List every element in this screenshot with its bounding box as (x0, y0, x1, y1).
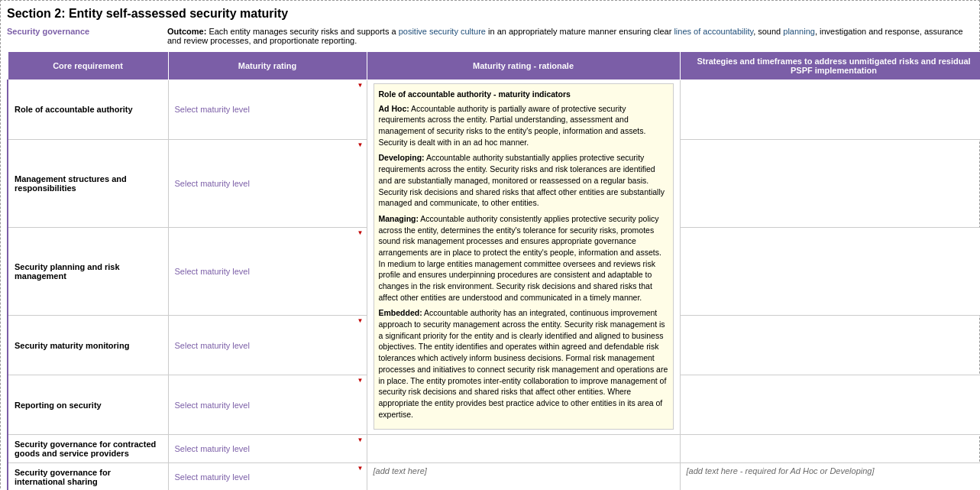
header-maturity-rationale: Maturity rating - rationale (367, 52, 680, 80)
strategies-security-planning[interactable] (680, 228, 980, 316)
rating-security-gov-contracted[interactable]: Select maturity level (168, 435, 367, 463)
strategies-role-accountable[interactable] (680, 80, 980, 140)
tooltip-title: Role of accountable authority - maturity… (379, 89, 668, 100)
tooltip-developing-label: Developing: (379, 153, 425, 162)
req-reporting-security: Reporting on security (8, 375, 168, 435)
strategies-security-maturity-monitoring[interactable] (680, 316, 980, 375)
rationale-role-accountable[interactable]: Role of accountable authority - maturity… (367, 80, 680, 435)
rationale-security-gov-contracted[interactable] (367, 435, 680, 463)
req-security-gov-contracted: Security governance for contracted goods… (8, 435, 168, 463)
rating-management-structures[interactable]: Select maturity level (168, 139, 367, 227)
rating-reporting-security[interactable]: Select maturity level (168, 375, 367, 435)
header-maturity-rating: Maturity rating (168, 52, 367, 80)
strategies-security-gov-contracted[interactable] (680, 435, 980, 463)
req-security-gov-international: Security governance for international sh… (8, 463, 168, 490)
outcome-text: Outcome: Each entity manages security ri… (167, 27, 973, 45)
rating-role-accountable[interactable]: Select maturity level (168, 80, 367, 140)
strategies-management-structures[interactable] (680, 139, 980, 227)
rating-security-planning[interactable]: Select maturity level (168, 228, 367, 316)
req-security-planning: Security planning and risk management (8, 228, 168, 316)
tooltip-adhoc-label: Ad Hoc: (379, 104, 409, 113)
req-role-accountable: Role of accountable authority (8, 80, 168, 140)
tooltip-embedded-text: Accountable authority has an integrated,… (379, 308, 668, 418)
strategies-security-gov-international[interactable]: [add text here - required for Ad Hoc or … (680, 463, 980, 490)
header-core-req: Core requirement (8, 52, 168, 80)
rating-security-maturity-monitoring[interactable]: Select maturity level (168, 316, 367, 375)
tooltip-embedded-label: Embedded: (379, 308, 422, 317)
strategies-reporting-security[interactable] (680, 375, 980, 435)
section-title: Section 2: Entity self-assessed security… (7, 7, 973, 21)
req-security-maturity-monitoring: Security maturity monitoring (8, 316, 168, 375)
rating-security-gov-international[interactable]: Select maturity level (168, 463, 367, 490)
tooltip-managing-text: Accountable authority consistently appli… (379, 214, 661, 302)
rationale-security-gov-international[interactable]: [add text here] (367, 463, 680, 490)
header-strategies: Strategies and timeframes to address unm… (680, 52, 980, 80)
tooltip-adhoc-text: Accountable authority is partially aware… (379, 104, 646, 147)
req-management-structures: Management structures and responsibiliti… (8, 139, 168, 227)
tooltip-managing-label: Managing: (379, 214, 419, 223)
outcome-label: Security governance (7, 27, 167, 45)
